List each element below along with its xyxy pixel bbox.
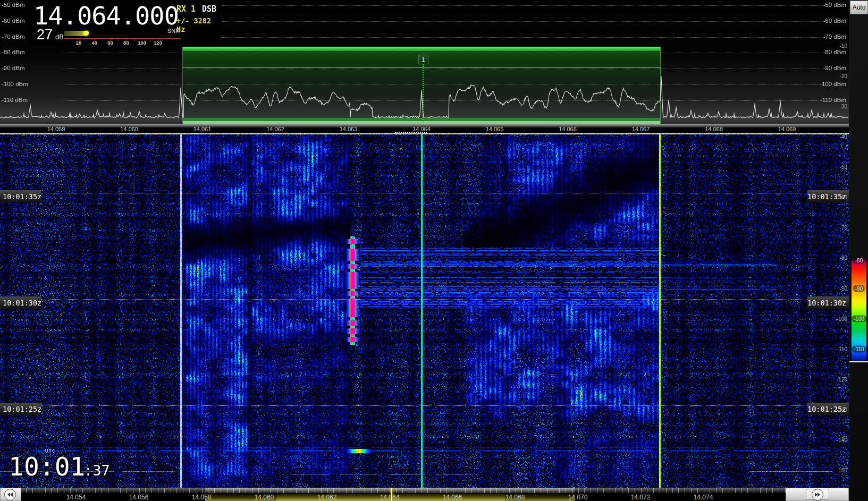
snr-label: SNR <box>167 28 180 34</box>
filter-offset-label: +/- 3282 Hz <box>176 16 219 33</box>
level-scale-label: -120 <box>831 376 847 382</box>
snr-meter-dot <box>84 31 89 36</box>
spectrum-axis-label: 14.066 <box>559 126 577 132</box>
timestamp-gridline <box>41 299 807 300</box>
band-scale-label: 14.068 <box>505 494 525 501</box>
scale-controls-panel: x2 <box>786 488 849 501</box>
level-scale-label: -90 <box>831 285 847 291</box>
tuned-frequency-value[interactable]: 14.064.000 <box>33 1 179 30</box>
snr-tick <box>103 39 103 41</box>
dbm-label-left: -90 dBm <box>2 65 24 71</box>
snr-tick <box>126 39 127 42</box>
snr-tick <box>111 39 111 42</box>
band-scale-label: 14.072 <box>631 494 651 501</box>
dbm-label-right: -70 dBm <box>814 33 846 40</box>
spectrum-axis-label: 14.060 <box>120 126 138 132</box>
level-scale-label: -130 <box>831 406 847 412</box>
band-scale-bar[interactable]: 14.05414.05614.05814.06014.06214.06414.0… <box>0 488 868 501</box>
band-scale-label: 14.062 <box>317 494 337 501</box>
timestamp-label-right: 10:01:30z <box>807 296 849 309</box>
level-scale-label: -10 <box>831 43 847 49</box>
utc-clock: UTC 10:01 :37 <box>9 448 147 486</box>
dbm-label-right: -100 dBm <box>814 81 846 87</box>
level-scale-label: -30 <box>831 104 847 109</box>
snr-tick <box>119 39 119 41</box>
snr-tick <box>134 39 134 41</box>
dbm-label-right: -80 dBm <box>814 49 846 55</box>
waterfall-canvas[interactable] <box>0 133 849 488</box>
snr-unit: dB <box>55 33 64 41</box>
band-scale-label: 14.074 <box>694 494 713 501</box>
colorbar-level-label: -90 <box>853 285 865 292</box>
spectrum-axis-label: 14.068 <box>705 126 723 132</box>
dbm-label-left: -60 dBm <box>2 18 24 24</box>
scroll-left-panel <box>0 488 21 501</box>
band-scale-label: 14.056 <box>129 494 149 501</box>
spectrum-axis-label: 14.062 <box>266 126 284 132</box>
band-scale-label: 14.054 <box>66 494 86 501</box>
spectrum-axis-label: 14.069 <box>778 126 796 132</box>
scroll-left-button[interactable] <box>4 489 16 500</box>
timestamp-gridline <box>41 405 807 406</box>
band-scale-label: 14.070 <box>568 494 588 501</box>
colorbar-level-label: -100 <box>852 316 866 322</box>
level-scale-label: -140 <box>831 437 847 443</box>
colorbar-level-label: -110 <box>852 346 866 353</box>
spectrum-panel[interactable]: 1 -50 dBm-50 dBm-60 dBm-60 dBm-70 dBm-70… <box>0 0 849 124</box>
band-scale-label: 14.064 <box>380 494 400 501</box>
level-scale-label: -50 <box>831 164 847 170</box>
band-scale-label: 14.058 <box>192 494 212 501</box>
level-scale-label: -110 <box>831 346 847 352</box>
tuned-frequency-marker <box>391 488 392 501</box>
dbm-label-right: -50 dBm <box>814 2 846 8</box>
spectrum-axis-label: 14.065 <box>486 126 504 132</box>
spectrum-axis-label: 14.067 <box>632 126 650 132</box>
colorbar-level-label: -80 <box>853 257 865 264</box>
dbm-label-right: -110 dBm <box>814 97 846 103</box>
snr-value: 27 <box>37 27 53 43</box>
level-scale-label: -70 <box>831 225 847 231</box>
snr-tick <box>95 39 95 42</box>
rx-label: RX 1 <box>176 4 196 14</box>
band-scale-label: 14.066 <box>443 494 462 501</box>
scroll-right-button[interactable] <box>812 489 823 500</box>
mode-label[interactable]: DSB <box>202 4 216 14</box>
snr-scale-line <box>64 38 181 39</box>
clock-time: 10:01 <box>9 452 86 481</box>
dbm-label-left: -70 dBm <box>2 33 24 40</box>
dbm-label-left: -110 dBm <box>2 97 28 103</box>
auto-range-button[interactable]: Auto <box>850 1 868 14</box>
level-scale-label: -60 <box>831 194 847 200</box>
frequency-readout[interactable]: 14.064.000 RX 1 DSB +/- 3282 Hz 27 dB 20… <box>29 0 219 45</box>
snr-meter-bar <box>64 31 86 36</box>
right-scale-panel: Auto -10-20-30-40-50-60-70-80-90-100-110… <box>849 0 868 501</box>
level-scale-label: -150 <box>831 467 847 473</box>
spectrum-axis-label: 14.063 <box>340 126 358 132</box>
level-scale-label: -80 <box>831 255 847 261</box>
timestamp-gridline <box>41 193 807 193</box>
snr-tick <box>158 39 158 42</box>
clock-seconds: :37 <box>84 462 110 479</box>
double-right-arrow-icon <box>814 492 821 497</box>
colorbar-end-line <box>849 361 868 362</box>
waterfall[interactable]: 10:01:35z10:01:35z10:01:30z10:01:30z10:0… <box>0 133 849 488</box>
level-scale-label: -40 <box>831 134 847 140</box>
snr-tick <box>87 39 87 41</box>
band-scale-label: 14.060 <box>255 494 274 501</box>
sdr-console-window: 1 -50 dBm-50 dBm-60 dBm-60 dBm-70 dBm-70… <box>0 0 868 501</box>
dbm-label-right: -60 dBm <box>814 18 846 24</box>
spectrum-axis-label: 14.059 <box>47 126 65 132</box>
level-scale-label: -100 <box>831 316 847 321</box>
dbm-label-left: -80 dBm <box>2 49 24 55</box>
band-scale-tickmarks <box>0 488 868 493</box>
level-scale-label: -20 <box>831 73 847 79</box>
dbm-label-left: -100 dBm <box>2 81 28 87</box>
dbm-label-right: -90 dBm <box>814 65 846 71</box>
spectrum-axis-label: 14.061 <box>193 126 212 132</box>
dbm-label-left: -50 dBm <box>2 2 24 8</box>
snr-tick <box>142 39 142 42</box>
spectrum-frequency-axis[interactable]: 14.05914.06014.06114.06214.06314.06414.0… <box>0 124 849 133</box>
snr-tick <box>150 39 150 41</box>
timestamp-label-left: 10:01:25z <box>0 403 41 415</box>
double-left-arrow-icon <box>7 492 13 497</box>
